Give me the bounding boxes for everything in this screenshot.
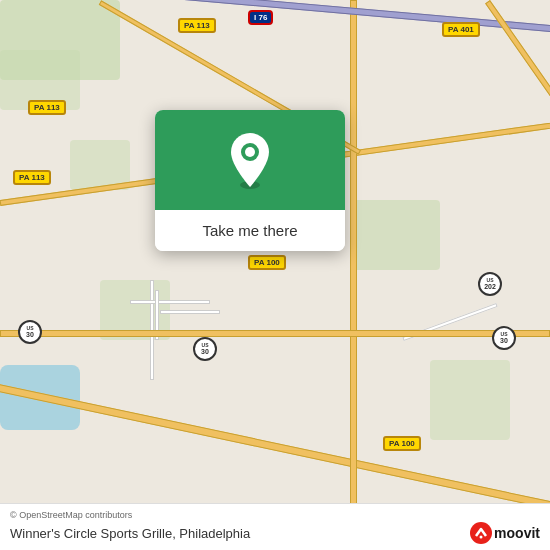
shield-pa100-bot: PA 100: [383, 436, 421, 451]
svg-point-4: [480, 536, 483, 539]
shield-pa401: PA 401: [442, 22, 480, 37]
map-container: PA 113 I 76 PA 401 PA 113 PA 113 PA 100 …: [0, 0, 550, 550]
popup-header: [155, 110, 345, 210]
take-me-there-button[interactable]: Take me there: [155, 210, 345, 251]
green-area-2: [350, 200, 440, 270]
bottom-bar: © OpenStreetMap contributors Winner's Ci…: [0, 503, 550, 550]
svg-point-3: [470, 522, 492, 544]
location-name: Winner's Circle Sports Grille, Philadelp…: [10, 526, 250, 541]
attribution-text: © OpenStreetMap contributors: [10, 510, 540, 520]
location-name-row: Winner's Circle Sports Grille, Philadelp…: [10, 522, 540, 544]
green-area-6: [430, 360, 510, 440]
local-road-2: [130, 300, 210, 304]
local-road-3: [160, 310, 220, 314]
shield-pa113-top: PA 113: [178, 18, 216, 33]
road-horizontal-us30: [0, 330, 550, 337]
location-pin-icon: [226, 131, 274, 189]
moovit-label: moovit: [494, 525, 540, 541]
shield-pa113-mid: PA 113: [13, 170, 51, 185]
shield-us30-right: US30: [492, 326, 516, 350]
moovit-logo: moovit: [470, 522, 540, 544]
shield-us202: US202: [478, 272, 502, 296]
location-popup: Take me there: [155, 110, 345, 251]
shield-i76: I 76: [248, 10, 273, 25]
shield-us30-mid: US30: [193, 337, 217, 361]
road-vertical-pa100: [350, 0, 357, 550]
moovit-icon: [470, 522, 492, 544]
svg-point-2: [245, 147, 255, 157]
map-background: [0, 0, 550, 550]
shield-pa100-mid: PA 100: [248, 255, 286, 270]
shield-us30-left: US30: [18, 320, 42, 344]
shield-pa113-left: PA 113: [28, 100, 66, 115]
